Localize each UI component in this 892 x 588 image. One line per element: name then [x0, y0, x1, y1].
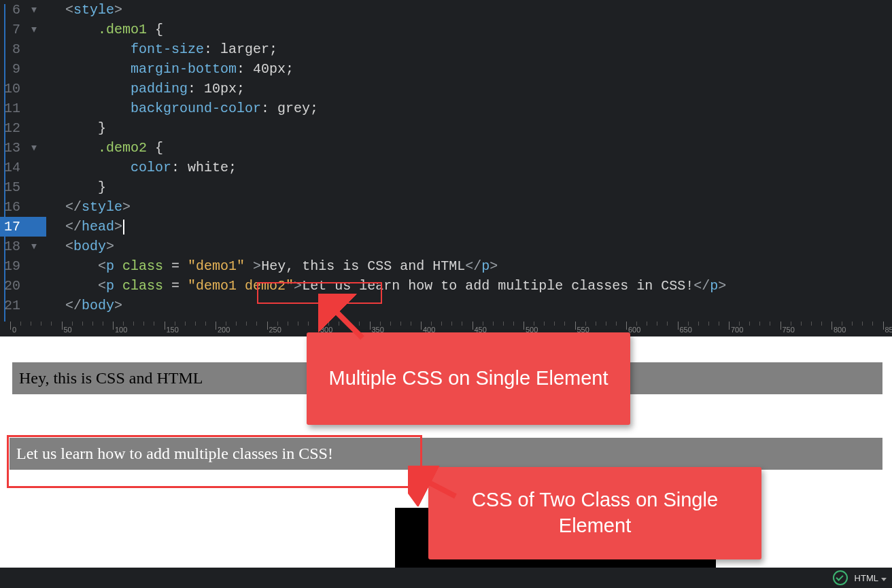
line-number: 10	[4, 81, 20, 97]
ruler-tick-minor	[688, 322, 689, 326]
ruler-tick-minor	[51, 322, 52, 326]
fold-icon	[29, 158, 39, 177]
ruler-tick-label: 750	[783, 326, 795, 334]
code-line[interactable]: <body>	[46, 237, 892, 256]
ruler-tick	[370, 322, 371, 330]
fold-icon	[29, 177, 39, 197]
fold-icon[interactable]: ▾	[29, 138, 39, 158]
code-editor[interactable]: 6 ▾ 7 ▾ 8 9 10 11 12 13 ▾ 14 15 16 17 18…	[0, 0, 892, 322]
ruler-tick-minor	[719, 322, 719, 326]
ruler-tick-minor	[842, 322, 842, 326]
fold-icon	[29, 197, 39, 217]
ruler-tick-minor	[226, 322, 226, 326]
ruler-tick-minor	[503, 322, 504, 326]
ruler-tick-minor	[308, 322, 309, 326]
ruler-tick	[729, 322, 730, 330]
code-line[interactable]: <style>	[46, 0, 892, 20]
ruler-tick-minor	[349, 322, 349, 326]
ruler-tick-minor	[811, 322, 812, 326]
callout-multiple-css: Multiple CSS on Single Element	[307, 332, 630, 425]
ruler-tick-minor	[390, 322, 391, 326]
line-number: 12	[4, 120, 20, 136]
ruler-tick-minor	[534, 322, 534, 326]
ruler-tick-minor	[451, 322, 452, 326]
line-number: 13	[4, 140, 20, 156]
ruler-tick-minor	[92, 322, 93, 326]
ruler-tick	[524, 322, 524, 330]
code-line[interactable]: </style>	[46, 197, 892, 217]
ruler-tick-minor	[544, 322, 545, 326]
ruler-tick-minor	[770, 322, 770, 326]
callout-two-class: CSS of Two Class on Single Element	[428, 467, 761, 559]
ruler-tick-minor	[821, 322, 822, 326]
ruler-tick	[216, 322, 216, 330]
ruler-tick-minor	[411, 322, 411, 326]
fold-icon	[29, 217, 39, 237]
ruler-tick-minor	[123, 322, 124, 326]
fold-icon[interactable]: ▾	[29, 0, 39, 20]
ruler-tick-minor	[133, 322, 134, 326]
status-bar: HTML	[0, 568, 892, 588]
code-line[interactable]: color: white;	[46, 158, 892, 177]
ruler-tick-minor	[175, 322, 175, 326]
ruler-tick	[883, 322, 884, 330]
ruler-tick	[62, 322, 63, 330]
ruler-tick-minor	[698, 322, 699, 326]
code-line[interactable]: </head>	[46, 217, 892, 237]
fold-icon	[29, 118, 39, 138]
ruler-tick	[831, 322, 832, 330]
chevron-down-icon	[881, 578, 887, 581]
code-line[interactable]: }	[46, 118, 892, 138]
code-line[interactable]: .demo1 {	[46, 20, 892, 39]
fold-icon[interactable]: ▾	[29, 237, 39, 256]
ruler-tick-minor	[749, 322, 750, 326]
ruler-tick-minor	[72, 322, 73, 326]
ruler-tick-label: 50	[64, 326, 72, 334]
ruler-tick	[113, 322, 114, 330]
code-line[interactable]: font-size: larger;	[46, 39, 892, 59]
ruler-tick-minor	[564, 322, 565, 326]
line-number: 16	[4, 199, 20, 215]
ruler-tick-minor	[328, 322, 329, 326]
ruler-tick-label: 700	[731, 326, 743, 334]
fold-icon	[29, 39, 39, 59]
ruler-tick-minor	[277, 322, 278, 326]
code-line[interactable]: }	[46, 177, 892, 197]
ruler-tick-minor	[400, 322, 401, 326]
ruler-tick-minor	[739, 322, 740, 326]
ruler-tick-minor	[759, 322, 760, 326]
ruler-tick-label: 100	[115, 326, 127, 334]
line-number: 14	[4, 160, 20, 175]
code-line[interactable]: <p class = "demo1 demo2">Let us learn ho…	[46, 276, 892, 296]
line-number: 9	[12, 61, 20, 77]
ruler-tick-minor	[791, 322, 791, 326]
ruler-tick	[10, 322, 11, 330]
code-line[interactable]: .demo2 {	[46, 138, 892, 158]
ruler-tick-label: 850	[885, 326, 893, 334]
ruler-tick-minor	[801, 322, 802, 326]
ruler-tick-minor	[359, 322, 360, 326]
code-line[interactable]: padding: 10px;	[46, 79, 892, 99]
code-line[interactable]: <p class = "demo1" >Hey, this is CSS and…	[46, 256, 892, 276]
code-line[interactable]: </body>	[46, 296, 892, 315]
ruler-tick-minor	[298, 322, 298, 326]
code-line[interactable]: margin-bottom: 40px;	[46, 59, 892, 79]
ruler-tick-minor	[852, 322, 853, 326]
fold-icon[interactable]: ▾	[29, 20, 39, 39]
code-area[interactable]: <style> .demo1 { font-size: larger; marg…	[46, 0, 892, 322]
fold-icon	[29, 79, 39, 99]
ruler-tick-minor	[246, 322, 247, 326]
ruler-tick-minor	[616, 322, 617, 326]
line-number: 15	[4, 179, 20, 195]
ruler-tick	[318, 322, 319, 330]
code-line[interactable]: background-color: grey;	[46, 99, 892, 118]
ruler-tick-minor	[708, 322, 709, 326]
ruler-tick-minor	[657, 322, 657, 326]
line-number-gutter[interactable]: 6 ▾ 7 ▾ 8 9 10 11 12 13 ▾ 14 15 16 17 18…	[0, 0, 46, 322]
ruler-tick-minor	[339, 322, 339, 326]
ruler-tick-minor	[288, 322, 288, 326]
fold-icon	[29, 256, 39, 276]
ruler-tick	[421, 322, 422, 330]
status-ok-icon[interactable]	[833, 570, 848, 585]
language-selector[interactable]: HTML	[855, 573, 887, 583]
